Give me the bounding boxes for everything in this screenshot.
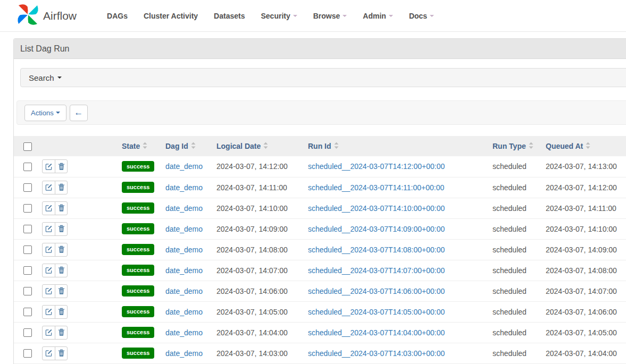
- delete-button[interactable]: [55, 202, 67, 215]
- run-id-link[interactable]: scheduled__2024-03-07T14:11:00+00:00: [308, 183, 444, 192]
- search-dropdown[interactable]: Search: [20, 68, 626, 87]
- dag-id-link[interactable]: date_demo: [165, 308, 203, 316]
- table-row: success date_demo 2024-03-07, 14:10:00 s…: [14, 198, 626, 218]
- run-id-link[interactable]: scheduled__2024-03-07T14:05:00+00:00: [308, 308, 445, 316]
- row-checkbox[interactable]: [23, 246, 32, 254]
- state-badge: success: [122, 182, 154, 192]
- edit-button[interactable]: [43, 326, 55, 339]
- dag-id-link[interactable]: date_demo: [165, 328, 203, 337]
- queued-at-value: 2024-03-07, 14:05:00: [546, 328, 617, 337]
- edit-button[interactable]: [43, 223, 55, 235]
- run-type-value: scheduled: [493, 162, 527, 171]
- delete-button[interactable]: [55, 306, 67, 318]
- sort-arrows-icon: [191, 142, 196, 149]
- delete-button[interactable]: [55, 160, 67, 173]
- column-header-dag-id[interactable]: Dag Id: [165, 136, 216, 156]
- delete-button[interactable]: [55, 223, 67, 235]
- delete-button[interactable]: [55, 347, 67, 360]
- column-header-state[interactable]: State: [121, 136, 165, 156]
- table-row: success date_demo 2024-03-07, 14:11:00 s…: [14, 177, 626, 198]
- row-checkbox[interactable]: [23, 163, 32, 171]
- state-badge: success: [122, 202, 154, 213]
- sort-arrows-icon: [143, 142, 147, 149]
- dag-id-link[interactable]: date_demo: [165, 287, 203, 295]
- delete-button[interactable]: [55, 285, 67, 298]
- row-action-buttons: [42, 305, 68, 319]
- column-header-run-id[interactable]: Run Id: [307, 136, 492, 156]
- sort-arrows-icon: [263, 142, 268, 149]
- column-header-run-type[interactable]: Run Type: [492, 136, 545, 156]
- actions-button-label: Actions: [31, 109, 54, 117]
- search-label: Search: [29, 73, 54, 82]
- run-id-link[interactable]: scheduled__2024-03-07T14:10:00+00:00: [308, 204, 445, 213]
- brand-name[interactable]: Airflow: [43, 10, 77, 22]
- run-id-link[interactable]: scheduled__2024-03-07T14:08:00+00:00: [308, 246, 445, 254]
- trash-icon: [58, 287, 65, 295]
- dag-id-link[interactable]: date_demo: [165, 162, 203, 171]
- dag-id-link[interactable]: date_demo: [165, 183, 203, 192]
- edit-button[interactable]: [43, 160, 55, 173]
- sort-arrows-icon: [529, 142, 533, 149]
- edit-button[interactable]: [43, 306, 55, 318]
- nav-item-docs[interactable]: Docs: [401, 0, 442, 32]
- nav-item-cluster-activity[interactable]: Cluster Activity: [136, 0, 206, 32]
- row-checkbox[interactable]: [23, 266, 32, 275]
- run-type-value: scheduled: [493, 287, 527, 295]
- row-checkbox[interactable]: [23, 225, 32, 233]
- edit-button[interactable]: [43, 285, 55, 298]
- table-row: success date_demo 2024-03-07, 14:03:00 s…: [14, 343, 626, 363]
- run-id-link[interactable]: scheduled__2024-03-07T14:12:00+00:00: [308, 162, 445, 171]
- nav-item-dags[interactable]: DAGs: [99, 0, 136, 32]
- dag-id-link[interactable]: date_demo: [165, 225, 203, 233]
- state-badge: success: [122, 285, 154, 296]
- logical-date-value: 2024-03-07, 14:09:00: [216, 225, 288, 233]
- delete-button[interactable]: [55, 326, 67, 339]
- row-checkbox[interactable]: [23, 204, 32, 213]
- edit-button[interactable]: [43, 347, 55, 360]
- state-badge: success: [122, 306, 154, 317]
- logical-date-value: 2024-03-07, 14:03:00: [216, 349, 288, 358]
- dag-id-link[interactable]: date_demo: [165, 266, 203, 275]
- row-checkbox[interactable]: [23, 287, 32, 295]
- edit-button[interactable]: [43, 264, 55, 277]
- dag-id-link[interactable]: date_demo: [165, 204, 203, 213]
- column-header-queued-at[interactable]: Queued At: [545, 136, 626, 156]
- edit-button[interactable]: [43, 181, 55, 194]
- nav-item-datasets[interactable]: Datasets: [206, 0, 253, 32]
- edit-button[interactable]: [43, 243, 55, 256]
- row-checkbox[interactable]: [23, 183, 32, 192]
- pencil-square-icon: [45, 266, 53, 274]
- nav-item-admin[interactable]: Admin: [355, 0, 401, 32]
- column-header-logical-date[interactable]: Logical Date: [216, 136, 307, 156]
- pencil-square-icon: [45, 308, 53, 316]
- run-type-value: scheduled: [493, 328, 527, 337]
- run-id-link[interactable]: scheduled__2024-03-07T14:04:00+00:00: [308, 328, 445, 337]
- select-all-checkbox[interactable]: [23, 142, 32, 151]
- run-id-link[interactable]: scheduled__2024-03-07T14:09:00+00:00: [308, 225, 445, 233]
- state-badge: success: [122, 327, 154, 337]
- nav-item-security[interactable]: Security: [253, 0, 305, 32]
- actions-button[interactable]: Actions: [24, 105, 66, 121]
- dag-id-link[interactable]: date_demo: [165, 246, 203, 254]
- state-badge: success: [122, 223, 154, 234]
- run-id-link[interactable]: scheduled__2024-03-07T14:03:00+00:00: [308, 349, 445, 358]
- delete-button[interactable]: [55, 243, 67, 256]
- back-button[interactable]: ←: [70, 105, 88, 121]
- run-id-link[interactable]: scheduled__2024-03-07T14:07:00+00:00: [308, 266, 445, 275]
- airflow-logo-icon[interactable]: [16, 3, 40, 29]
- queued-at-value: 2024-03-07, 14:06:00: [546, 308, 617, 316]
- pencil-square-icon: [45, 246, 53, 253]
- delete-button[interactable]: [55, 264, 67, 277]
- delete-button[interactable]: [55, 181, 67, 194]
- run-id-link[interactable]: scheduled__2024-03-07T14:06:00+00:00: [308, 287, 445, 295]
- dag-id-link[interactable]: date_demo: [165, 349, 203, 358]
- row-checkbox[interactable]: [23, 308, 32, 316]
- caret-down-icon: [57, 77, 62, 79]
- nav-item-label: Security: [261, 12, 290, 20]
- run-type-value: scheduled: [493, 225, 527, 233]
- nav-item-browse[interactable]: Browse: [305, 0, 355, 32]
- row-checkbox[interactable]: [23, 328, 32, 337]
- row-checkbox[interactable]: [23, 349, 32, 358]
- nav-item-label: Browse: [313, 12, 340, 20]
- edit-button[interactable]: [43, 202, 55, 215]
